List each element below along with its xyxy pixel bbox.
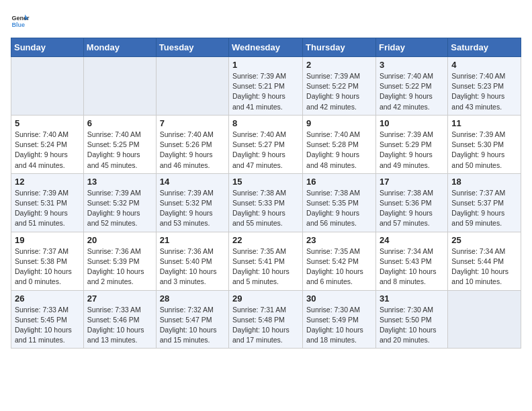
day-info: Sunrise: 7:40 AMSunset: 5:26 PMDaylight:… [160,130,225,171]
day-number: 11 [451,118,517,128]
day-cell: 12Sunrise: 7:39 AMSunset: 5:31 PMDayligh… [11,173,84,232]
day-number: 4 [451,60,517,70]
header-row: SundayMondayTuesdayWednesdayThursdayFrid… [11,38,521,57]
day-number: 7 [160,118,225,128]
day-info: Sunrise: 7:37 AMSunset: 5:38 PMDaylight:… [15,246,80,287]
day-number: 1 [232,60,299,70]
week-row-2: 5Sunrise: 7:40 AMSunset: 5:24 PMDaylight… [11,115,521,173]
day-cell: 5Sunrise: 7:40 AMSunset: 5:24 PMDaylight… [11,115,84,173]
week-row-4: 19Sunrise: 7:37 AMSunset: 5:38 PMDayligh… [11,232,521,290]
day-cell: 8Sunrise: 7:40 AMSunset: 5:27 PMDaylight… [229,115,303,173]
day-cell: 17Sunrise: 7:38 AMSunset: 5:36 PMDayligh… [375,173,447,232]
day-cell [156,57,228,116]
day-cell: 9Sunrise: 7:40 AMSunset: 5:28 PMDaylight… [303,115,376,173]
day-number: 6 [87,118,152,128]
day-cell: 20Sunrise: 7:36 AMSunset: 5:39 PMDayligh… [83,232,156,290]
day-cell: 21Sunrise: 7:36 AMSunset: 5:40 PMDayligh… [156,232,228,290]
day-info: Sunrise: 7:33 AMSunset: 5:46 PMDaylight:… [87,305,152,346]
svg-text:Blue: Blue [11,21,25,28]
day-cell: 14Sunrise: 7:39 AMSunset: 5:32 PMDayligh… [156,173,228,232]
day-number: 22 [232,235,299,245]
day-number: 25 [451,235,517,245]
day-number: 15 [232,177,299,187]
day-info: Sunrise: 7:40 AMSunset: 5:28 PMDaylight:… [306,130,372,171]
day-number: 16 [306,177,372,187]
header-cell-thursday: Thursday [303,38,376,57]
logo: General Blue [11,11,35,30]
day-cell: 13Sunrise: 7:39 AMSunset: 5:32 PMDayligh… [83,173,156,232]
day-number: 26 [15,293,80,304]
day-info: Sunrise: 7:37 AMSunset: 5:37 PMDaylight:… [451,188,517,229]
day-cell: 22Sunrise: 7:35 AMSunset: 5:41 PMDayligh… [229,232,303,290]
day-cell: 26Sunrise: 7:33 AMSunset: 5:45 PMDayligh… [11,290,84,349]
calendar-table: SundayMondayTuesdayWednesdayThursdayFrid… [11,38,521,349]
day-cell [83,57,156,116]
week-row-3: 12Sunrise: 7:39 AMSunset: 5:31 PMDayligh… [11,173,521,232]
day-number: 10 [380,118,444,128]
header-cell-tuesday: Tuesday [156,38,228,57]
logo-icon: General Blue [11,11,30,30]
day-info: Sunrise: 7:35 AMSunset: 5:42 PMDaylight:… [306,246,372,287]
day-info: Sunrise: 7:33 AMSunset: 5:45 PMDaylight:… [15,305,80,346]
day-number: 5 [15,118,80,128]
day-number: 20 [87,235,152,245]
day-cell: 31Sunrise: 7:30 AMSunset: 5:50 PMDayligh… [375,290,447,349]
day-number: 27 [87,293,152,304]
day-cell: 18Sunrise: 7:37 AMSunset: 5:37 PMDayligh… [448,173,521,232]
day-cell: 7Sunrise: 7:40 AMSunset: 5:26 PMDaylight… [156,115,228,173]
day-number: 2 [306,60,372,70]
day-cell [11,57,84,116]
header-cell-monday: Monday [83,38,156,57]
day-info: Sunrise: 7:31 AMSunset: 5:48 PMDaylight:… [232,305,299,346]
day-info: Sunrise: 7:30 AMSunset: 5:49 PMDaylight:… [306,305,372,346]
day-number: 14 [160,177,225,187]
day-info: Sunrise: 7:32 AMSunset: 5:47 PMDaylight:… [160,305,225,346]
page-header: General Blue [11,11,521,30]
header-cell-friday: Friday [375,38,447,57]
day-cell: 3Sunrise: 7:40 AMSunset: 5:22 PMDaylight… [375,57,447,116]
day-info: Sunrise: 7:39 AMSunset: 5:32 PMDaylight:… [160,188,225,229]
day-cell: 24Sunrise: 7:34 AMSunset: 5:43 PMDayligh… [375,232,447,290]
day-number: 19 [15,235,80,245]
day-info: Sunrise: 7:39 AMSunset: 5:30 PMDaylight:… [451,130,517,171]
day-cell: 4Sunrise: 7:40 AMSunset: 5:23 PMDaylight… [448,57,521,116]
day-info: Sunrise: 7:40 AMSunset: 5:24 PMDaylight:… [15,130,80,171]
day-number: 3 [380,60,444,70]
day-cell: 23Sunrise: 7:35 AMSunset: 5:42 PMDayligh… [303,232,376,290]
day-info: Sunrise: 7:36 AMSunset: 5:39 PMDaylight:… [87,246,152,287]
day-number: 17 [380,177,444,187]
week-row-1: 1Sunrise: 7:39 AMSunset: 5:21 PMDaylight… [11,57,521,116]
day-cell: 6Sunrise: 7:40 AMSunset: 5:25 PMDaylight… [83,115,156,173]
day-cell: 30Sunrise: 7:30 AMSunset: 5:49 PMDayligh… [303,290,376,349]
day-cell [448,290,521,349]
day-cell: 15Sunrise: 7:38 AMSunset: 5:33 PMDayligh… [229,173,303,232]
day-number: 24 [380,235,444,245]
day-number: 18 [451,177,517,187]
day-info: Sunrise: 7:39 AMSunset: 5:22 PMDaylight:… [306,71,372,112]
day-number: 28 [160,293,225,304]
day-cell: 16Sunrise: 7:38 AMSunset: 5:35 PMDayligh… [303,173,376,232]
day-info: Sunrise: 7:39 AMSunset: 5:21 PMDaylight:… [232,71,299,112]
day-number: 30 [306,293,372,304]
day-number: 12 [15,177,80,187]
day-cell: 25Sunrise: 7:34 AMSunset: 5:44 PMDayligh… [448,232,521,290]
day-cell: 11Sunrise: 7:39 AMSunset: 5:30 PMDayligh… [448,115,521,173]
day-info: Sunrise: 7:40 AMSunset: 5:25 PMDaylight:… [87,130,152,171]
day-info: Sunrise: 7:39 AMSunset: 5:31 PMDaylight:… [15,188,80,229]
day-number: 31 [380,293,444,304]
day-number: 23 [306,235,372,245]
day-info: Sunrise: 7:30 AMSunset: 5:50 PMDaylight:… [380,305,444,346]
day-info: Sunrise: 7:34 AMSunset: 5:44 PMDaylight:… [451,246,517,287]
day-info: Sunrise: 7:40 AMSunset: 5:23 PMDaylight:… [451,71,517,112]
day-number: 9 [306,118,372,128]
day-cell: 1Sunrise: 7:39 AMSunset: 5:21 PMDaylight… [229,57,303,116]
day-info: Sunrise: 7:36 AMSunset: 5:40 PMDaylight:… [160,246,225,287]
day-info: Sunrise: 7:39 AMSunset: 5:29 PMDaylight:… [380,130,444,171]
day-number: 13 [87,177,152,187]
header-cell-sunday: Sunday [11,38,84,57]
day-info: Sunrise: 7:40 AMSunset: 5:27 PMDaylight:… [232,130,299,171]
day-cell: 29Sunrise: 7:31 AMSunset: 5:48 PMDayligh… [229,290,303,349]
day-number: 29 [232,293,299,304]
day-info: Sunrise: 7:38 AMSunset: 5:36 PMDaylight:… [380,188,444,229]
day-cell: 10Sunrise: 7:39 AMSunset: 5:29 PMDayligh… [375,115,447,173]
